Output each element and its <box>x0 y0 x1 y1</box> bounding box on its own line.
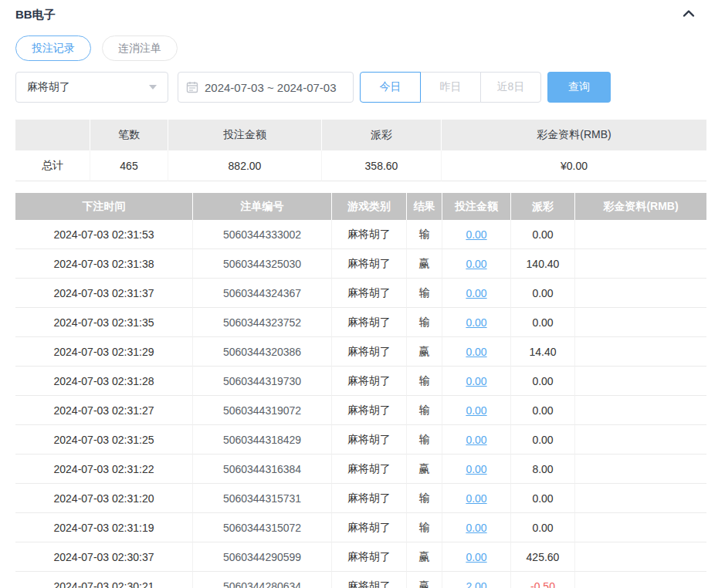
order-id-cell: 5060344325030 <box>193 249 332 279</box>
result-cell: 赢 <box>407 337 442 367</box>
result-cell: 赢 <box>407 455 442 484</box>
bonus-cell <box>575 455 706 484</box>
result-cell: 输 <box>407 513 442 542</box>
date-range-input[interactable]: 2024-07-03 ~ 2024-07-03 <box>178 72 354 103</box>
payout-cell: 0.00 <box>511 484 575 513</box>
bet-amount-link[interactable]: 0.00 <box>466 551 486 563</box>
game-type-cell: 麻将胡了 <box>332 513 407 542</box>
bet-amount-cell: 0.00 <box>442 308 511 337</box>
bet-amount-link[interactable]: 0.00 <box>466 228 486 241</box>
game-type-cell: 麻将胡了 <box>332 367 407 396</box>
query-button[interactable]: 查询 <box>547 72 611 103</box>
bet-amount-link[interactable]: 2.00 <box>466 580 486 588</box>
tab-cancelled-orders[interactable]: 连消注单 <box>102 35 178 61</box>
records-header-bet: 投注金额 <box>442 193 511 220</box>
yesterday-button[interactable]: 昨日 <box>420 72 481 103</box>
bet-amount-cell: 0.00 <box>442 425 511 455</box>
bet-time-cell: 2024-07-03 02:31:29 <box>15 337 193 367</box>
payout-cell: 0.00 <box>511 425 575 455</box>
bonus-cell <box>575 279 706 308</box>
bet-amount-link[interactable]: 0.00 <box>466 522 486 534</box>
bet-amount-link[interactable]: 0.00 <box>466 346 486 358</box>
bonus-cell <box>575 425 706 455</box>
payout-cell: 0.00 <box>511 367 575 396</box>
bonus-cell <box>575 513 706 542</box>
today-button[interactable]: 今日 <box>360 72 421 103</box>
order-id-cell: 5060344280634 <box>193 572 332 588</box>
panel-header: BB电子 <box>15 5 706 25</box>
summary-total-label: 总计 <box>15 150 90 181</box>
order-id-cell: 5060344319072 <box>193 396 332 425</box>
order-id-cell: 5060344290599 <box>193 542 332 572</box>
payout-cell: 0.00 <box>511 396 575 425</box>
page: BB电子 投注记录 连消注单 麻将胡了 <box>0 0 708 588</box>
records-header-time: 下注时间 <box>15 193 193 220</box>
filter-bar: 麻将胡了 2024-07-03 ~ 2024-07-03 <box>15 72 706 103</box>
summary-header-row: 笔数 投注金额 派彩 彩金资料(RMB) <box>15 120 706 150</box>
bet-amount-link[interactable]: 0.00 <box>466 492 486 505</box>
result-cell: 赢 <box>407 572 442 588</box>
tab-label: 连消注单 <box>118 42 161 56</box>
bet-time-cell: 2024-07-03 02:31:20 <box>15 484 193 513</box>
summary-total-payout: 358.60 <box>322 150 442 181</box>
bet-amount-cell: 0.00 <box>442 484 511 513</box>
table-row: 2024-07-03 02:31:29 5060344320386 麻将胡了 赢… <box>15 337 706 367</box>
bet-amount-cell: 0.00 <box>442 455 511 484</box>
order-id-cell: 5060344315072 <box>193 513 332 542</box>
records-header-payout: 派彩 <box>511 193 575 220</box>
records-body: 2024-07-03 02:31:53 5060344333002 麻将胡了 输… <box>15 220 706 588</box>
last-8-days-button[interactable]: 近8日 <box>480 72 541 103</box>
bet-amount-cell: 0.00 <box>442 513 511 542</box>
order-id-cell: 5060344324367 <box>193 279 332 308</box>
bet-time-cell: 2024-07-03 02:31:38 <box>15 249 193 279</box>
table-row: 2024-07-03 02:31:27 5060344319072 麻将胡了 输… <box>15 396 706 425</box>
collapse-button[interactable] <box>682 8 696 22</box>
summary-header-bet-amount: 投注金额 <box>168 120 322 150</box>
bonus-cell <box>575 484 706 513</box>
summary-total-count: 465 <box>90 150 168 181</box>
table-row: 2024-07-03 02:31:20 5060344315731 麻将胡了 输… <box>15 484 706 513</box>
bet-amount-cell: 0.00 <box>442 279 511 308</box>
table-row: 2024-07-03 02:31:28 5060344319730 麻将胡了 输… <box>15 367 706 396</box>
bet-time-cell: 2024-07-03 02:31:28 <box>15 367 193 396</box>
table-row: 2024-07-03 02:31:25 5060344318429 麻将胡了 输… <box>15 425 706 455</box>
bet-time-cell: 2024-07-03 02:31:35 <box>15 308 193 337</box>
game-type-cell: 麻将胡了 <box>332 337 407 367</box>
bet-time-cell: 2024-07-03 02:31:19 <box>15 513 193 542</box>
bet-amount-cell: 0.00 <box>442 337 511 367</box>
bet-amount-link[interactable]: 0.00 <box>466 434 486 446</box>
tab-betting-records[interactable]: 投注记录 <box>15 35 91 61</box>
payout-cell: 0.00 <box>511 513 575 542</box>
table-row: 2024-07-03 02:31:35 5060344323752 麻将胡了 输… <box>15 308 706 337</box>
order-id-cell: 5060344320386 <box>193 337 332 367</box>
bet-amount-link[interactable]: 0.00 <box>466 316 486 329</box>
table-row: 2024-07-03 02:31:22 5060344316384 麻将胡了 赢… <box>15 455 706 484</box>
game-type-cell: 麻将胡了 <box>332 542 407 572</box>
records-header-bonus: 彩金资料(RMB) <box>575 193 706 220</box>
bet-amount-link[interactable]: 0.00 <box>466 404 486 417</box>
table-row: 2024-07-03 02:31:19 5060344315072 麻将胡了 输… <box>15 513 706 542</box>
bet-amount-link[interactable]: 0.00 <box>466 287 486 299</box>
bet-amount-link[interactable]: 0.00 <box>466 375 486 387</box>
bet-amount-cell: 0.00 <box>442 542 511 572</box>
order-id-cell: 5060344318429 <box>193 425 332 455</box>
bet-amount-link[interactable]: 0.00 <box>466 463 486 475</box>
bonus-cell <box>575 337 706 367</box>
caret-down-icon <box>149 85 157 90</box>
bonus-cell <box>575 396 706 425</box>
order-id-cell: 5060344319730 <box>193 367 332 396</box>
game-select[interactable]: 麻将胡了 <box>15 72 168 103</box>
bet-amount-cell: 0.00 <box>442 396 511 425</box>
record-tabs: 投注记录 连消注单 <box>15 35 706 61</box>
bet-amount-link[interactable]: 0.00 <box>466 258 486 270</box>
bet-amount-cell: 0.00 <box>442 220 511 249</box>
bonus-cell <box>575 367 706 396</box>
summary-total-bonus: ¥0.00 <box>442 150 706 181</box>
bonus-cell <box>575 542 706 572</box>
summary-total-bet-amount: 882.00 <box>168 150 322 181</box>
table-row: 2024-07-03 02:31:53 5060344333002 麻将胡了 输… <box>15 220 706 249</box>
result-cell: 赢 <box>407 542 442 572</box>
result-cell: 赢 <box>407 249 442 279</box>
game-type-cell: 麻将胡了 <box>332 279 407 308</box>
bonus-cell <box>575 308 706 337</box>
